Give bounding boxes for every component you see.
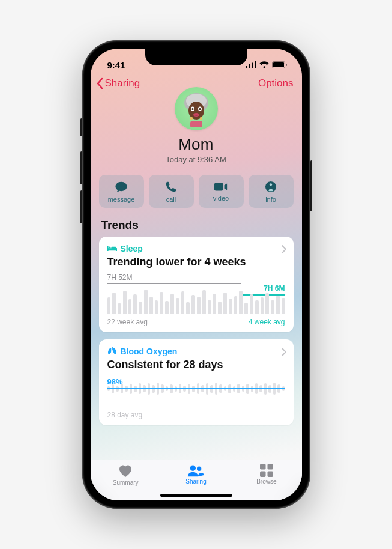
long-avg-legend: 22 week avg <box>107 318 148 326</box>
svg-rect-25 <box>111 247 116 249</box>
long-avg-value: 7H 52M <box>107 273 133 282</box>
message-button[interactable]: message <box>99 175 144 208</box>
trend-card-sleep[interactable]: Sleep Trending lower for 4 weeks 7H 52M … <box>99 237 294 332</box>
svg-rect-29 <box>260 464 266 470</box>
card-headline: Trending lower for 4 weeks <box>107 256 285 268</box>
action-label: message <box>108 196 135 203</box>
message-icon <box>115 181 128 193</box>
svg-point-15 <box>190 117 192 120</box>
tab-summary[interactable]: Summary <box>91 464 161 499</box>
wifi-icon <box>259 60 269 70</box>
tab-label: Browse <box>256 478 276 485</box>
svg-rect-17 <box>190 121 202 127</box>
svg-rect-1 <box>249 64 250 68</box>
svg-point-12 <box>191 108 193 110</box>
svg-point-20 <box>270 183 272 186</box>
signal-icon <box>246 60 256 70</box>
svg-point-28 <box>197 466 202 471</box>
profile-header: Mom Today at 9:36 AM <box>91 87 302 164</box>
info-button[interactable]: info <box>249 175 294 208</box>
svg-point-16 <box>199 117 202 120</box>
svg-rect-30 <box>267 464 273 470</box>
svg-rect-6 <box>286 64 287 66</box>
oxygen-legend: 28 day avg <box>107 411 285 419</box>
bed-icon <box>107 245 117 252</box>
svg-rect-3 <box>255 61 256 68</box>
svg-rect-23 <box>116 248 117 251</box>
svg-rect-31 <box>260 472 266 478</box>
chevron-right-icon <box>282 348 286 359</box>
svg-rect-18 <box>214 183 223 191</box>
svg-point-13 <box>199 108 201 110</box>
svg-rect-0 <box>246 66 247 68</box>
lungs-icon <box>107 347 117 356</box>
svg-point-9 <box>188 102 204 120</box>
svg-rect-5 <box>273 62 284 67</box>
call-button[interactable]: call <box>149 175 194 208</box>
tab-label: Summary <box>113 479 139 486</box>
card-headline: Consistent for 28 days <box>107 359 285 371</box>
chevron-right-icon <box>282 245 286 256</box>
memoji-icon <box>178 91 214 127</box>
status-time: 9:41 <box>107 60 125 70</box>
battery-icon <box>272 60 288 70</box>
short-avg-legend: 4 week avg <box>249 318 285 326</box>
svg-point-14 <box>193 113 199 117</box>
svg-rect-26 <box>112 347 113 350</box>
video-button[interactable]: video <box>199 175 244 208</box>
trend-card-oxygen[interactable]: Blood Oxygen Consistent for 28 days 98% … <box>99 339 294 425</box>
profile-timestamp: Today at 9:36 AM <box>166 155 226 164</box>
card-category: Sleep <box>121 244 143 253</box>
svg-point-24 <box>109 246 110 248</box>
avatar[interactable] <box>175 87 218 130</box>
tab-browse[interactable]: Browse <box>231 464 301 499</box>
action-label: info <box>265 196 276 203</box>
svg-point-27 <box>190 466 196 471</box>
phone-icon <box>165 181 177 193</box>
tab-label: Sharing <box>185 478 206 485</box>
svg-rect-32 <box>267 472 273 478</box>
info-icon <box>265 181 277 193</box>
grid-icon <box>260 464 273 477</box>
heart-icon <box>118 464 133 478</box>
action-label: video <box>213 195 229 202</box>
sleep-chart: 7H 52M 7H 6M <box>107 276 285 314</box>
action-label: call <box>166 196 176 203</box>
video-icon <box>214 182 228 192</box>
oxygen-chart: 98% <box>107 380 285 408</box>
svg-rect-22 <box>107 246 109 251</box>
section-title-trends: Trends <box>91 214 302 237</box>
home-indicator[interactable] <box>160 494 232 497</box>
card-category: Blood Oxygen <box>121 347 178 356</box>
profile-name: Mom <box>178 135 214 154</box>
svg-rect-2 <box>252 62 253 68</box>
people-icon <box>187 464 205 477</box>
action-row: message call video info <box>91 164 302 214</box>
